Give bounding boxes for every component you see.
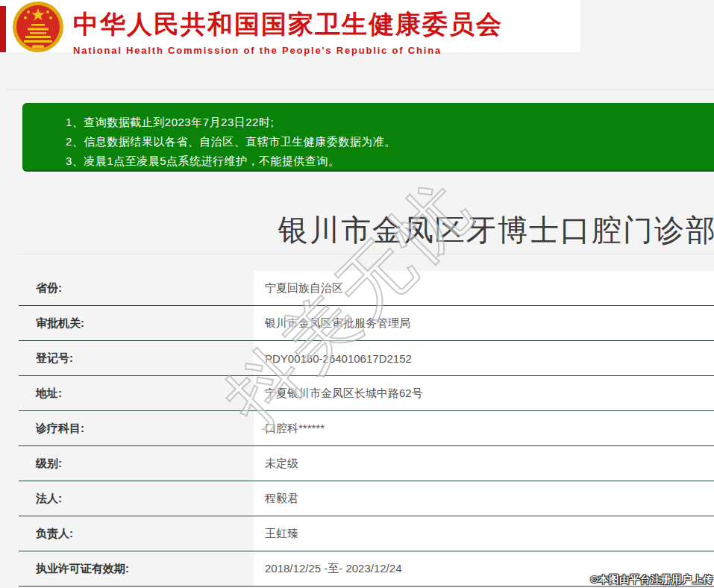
row-value: 未定级 (254, 446, 714, 481)
table-row: 负责人:王虹臻 (19, 516, 714, 551)
notice-line: 1、查询数据截止到2023年7月23日22时; (66, 113, 714, 132)
institution-name-title: 银川市金凤区牙博士口腔门诊部 (278, 210, 714, 251)
row-label: 负责人: (19, 516, 254, 551)
row-label: 诊疗科目: (19, 411, 254, 445)
china-national-emblem-icon (12, 1, 64, 53)
notice-list: 1、查询数据截止到2023年7月23日22时; 2、信息数据结果以各省、自治区、… (22, 103, 714, 171)
row-value: 口腔科****** (254, 411, 714, 445)
row-label: 登记号: (19, 341, 254, 375)
row-label: 省份: (19, 271, 254, 305)
left-red-strip (0, 6, 6, 52)
table-row: 省份:宁夏回族自治区 (19, 271, 714, 306)
row-value: 王虹臻 (254, 516, 714, 551)
title-section-divider (19, 254, 714, 254)
commission-title-en: National Health Commission of the People… (73, 45, 503, 56)
row-label: 地址: (19, 376, 254, 410)
row-value: 银川市金凤区审批服务管理局 (254, 306, 714, 340)
commission-title-cn: 中华人民共和国国家卫生健康委员会 (73, 7, 503, 42)
table-row: 登记号:PDY00160-264010617D2152 (19, 341, 714, 376)
table-row: 地址:宁夏银川市金凤区长城中路62号 (19, 376, 714, 411)
row-value: 宁夏银川市金凤区长城中路62号 (254, 376, 714, 410)
table-row: 法人:程毅君 (19, 481, 714, 516)
table-row: 审批机关:银川市金凤区审批服务管理局 (19, 306, 714, 341)
row-label: 法人: (19, 481, 254, 516)
table-row: 级别:未定级 (19, 446, 714, 481)
row-value: 宁夏回族自治区 (254, 271, 714, 305)
header-titles: 中华人民共和国国家卫生健康委员会 National Health Commiss… (73, 7, 503, 56)
table-row: 诊疗科目:口腔科****** (19, 411, 714, 446)
row-value: PDY00160-264010617D2152 (254, 341, 714, 375)
info-table: 省份:宁夏回族自治区审批机关:银川市金凤区审批服务管理局登记号:PDY00160… (19, 271, 714, 587)
row-label: 审批机关: (19, 306, 254, 340)
query-notice-box: 1、查询数据截止到2023年7月23日22时; 2、信息数据结果以各省、自治区、… (22, 103, 714, 172)
row-value: 程毅君 (254, 481, 714, 516)
notice-line: 3、凌晨1点至凌晨5点系统进行维护，不能提供查询。 (66, 151, 714, 171)
site-header: 中华人民共和国国家卫生健康委员会 National Health Commiss… (0, 0, 580, 52)
header-divider (6, 90, 714, 90)
notice-line: 2、信息数据结果以各省、自治区、直辖市卫生健康委数据为准。 (66, 132, 714, 151)
row-label: 执业许可证有效期: (19, 551, 254, 586)
photo-credit-badge: ©本图由平台注册用户上传 (591, 573, 713, 587)
row-label: 级别: (19, 446, 254, 481)
